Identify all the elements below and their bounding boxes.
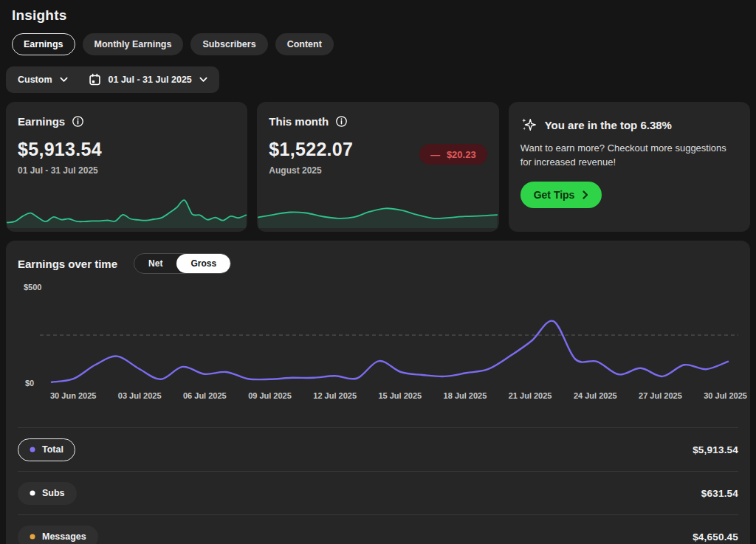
summary-cards: Earnings $5,913.54 01 Jul - 31 Jul 2025 (6, 102, 750, 232)
total-dot-icon (30, 447, 35, 452)
x-tick-label: 09 Jul 2025 (248, 391, 292, 402)
legend-pill-subs[interactable]: Subs (18, 482, 77, 505)
x-tick-label: 15 Jul 2025 (378, 391, 422, 402)
info-icon[interactable] (335, 115, 348, 128)
tips-card: You are in the top 6.38% Want to earn mo… (509, 102, 750, 232)
legend-label-messages: Messages (42, 531, 86, 542)
legend-label-total: Total (42, 444, 63, 455)
page-title: Insights (0, 0, 756, 24)
legend-value-total: $5,913.54 (693, 444, 738, 455)
range-preset-value: Custom (18, 75, 52, 85)
x-tick-label: 30 Jul 2025 (704, 391, 747, 402)
tab-content[interactable]: Content (275, 33, 334, 55)
delta-value: $20.23 (447, 149, 476, 160)
sparkles-icon (520, 117, 537, 133)
subs-dot-icon (30, 490, 35, 496)
legend-value-subs: $631.54 (701, 488, 738, 499)
earnings-card-title: Earnings (18, 115, 65, 128)
date-filter-bar: Custom 01 Jul - 31 Jul 2025 (6, 66, 219, 93)
insights-tabs: Earnings Monthly Earnings Subscribers Co… (12, 33, 756, 55)
legend-row-messages: Messages $4,650.45 (18, 514, 738, 544)
earnings-line-chart-svg (18, 295, 738, 389)
legend-row-total: Total $5,913.54 (18, 427, 738, 471)
legend-pill-total[interactable]: Total (18, 438, 75, 461)
monthly-delta-badge: — $20.23 (419, 144, 487, 165)
earnings-card: Earnings $5,913.54 01 Jul - 31 Jul 2025 (6, 102, 247, 232)
y-axis-max-label: $500 (24, 283, 738, 293)
tips-body-text: Want to earn more? Checkout more suggest… (520, 142, 738, 170)
x-tick-label: 27 Jul 2025 (639, 391, 682, 402)
chart-title: Earnings over time (18, 258, 117, 270)
chart-legend: Total $5,913.54 Subs $631.54 Messages $4… (18, 427, 738, 544)
get-tips-label: Get Tips (534, 189, 575, 201)
y-axis-min-label: $0 (25, 379, 34, 388)
toggle-gross[interactable]: Gross (176, 254, 230, 273)
chevron-down-icon (199, 77, 207, 83)
x-tick-label: 24 Jul 2025 (574, 391, 617, 402)
x-tick-label: 06 Jul 2025 (183, 391, 227, 402)
tab-monthly-earnings[interactable]: Monthly Earnings (83, 33, 184, 55)
this-month-period: August 2025 (269, 165, 487, 176)
earnings-line-chart: $0 (18, 295, 738, 389)
this-month-sparkline-chart (257, 193, 498, 228)
x-tick-label: 12 Jul 2025 (313, 391, 357, 402)
earnings-sparkline-chart (6, 193, 247, 228)
calendar-icon (89, 73, 101, 86)
total-earnings-line (52, 321, 728, 382)
toggle-net[interactable]: Net (134, 254, 176, 273)
earnings-over-time-panel: Earnings over time Net Gross $500 $0 30 … (6, 241, 750, 544)
earnings-period: 01 Jul - 31 Jul 2025 (18, 165, 236, 176)
tab-earnings[interactable]: Earnings (12, 33, 75, 55)
this-month-card: This month $1,522.07 August 2025 — $20.2… (257, 102, 498, 232)
chevron-down-icon (60, 77, 68, 83)
insights-page: Insights Earnings Monthly Earnings Subsc… (0, 0, 756, 544)
tips-title: You are in the top 6.38% (545, 119, 672, 131)
net-gross-toggle: Net Gross (134, 253, 231, 274)
x-tick-label: 03 Jul 2025 (118, 391, 162, 402)
info-icon[interactable] (72, 115, 84, 128)
range-preset-dropdown[interactable]: Custom (18, 75, 68, 85)
get-tips-button[interactable]: Get Tips (520, 182, 602, 208)
x-tick-label: 30 Jun 2025 (50, 391, 96, 402)
chevron-right-icon (583, 190, 588, 199)
legend-value-messages: $4,650.45 (693, 531, 738, 543)
messages-dot-icon (30, 534, 35, 540)
x-axis-labels: 30 Jun 202503 Jul 202506 Jul 202509 Jul … (50, 391, 747, 402)
date-range-value: 01 Jul - 31 Jul 2025 (109, 75, 192, 85)
legend-row-subs: Subs $631.54 (18, 471, 738, 514)
legend-pill-messages[interactable]: Messages (18, 526, 98, 544)
delta-minus-sign: — (430, 149, 440, 160)
date-range-dropdown[interactable]: 01 Jul - 31 Jul 2025 (89, 73, 207, 86)
earnings-amount: $5,913.54 (18, 139, 236, 160)
this-month-card-title: This month (269, 115, 329, 128)
x-tick-label: 21 Jul 2025 (509, 391, 552, 402)
x-tick-label: 18 Jul 2025 (444, 391, 487, 402)
tab-subscribers[interactable]: Subscribers (190, 33, 267, 55)
legend-label-subs: Subs (42, 488, 65, 498)
